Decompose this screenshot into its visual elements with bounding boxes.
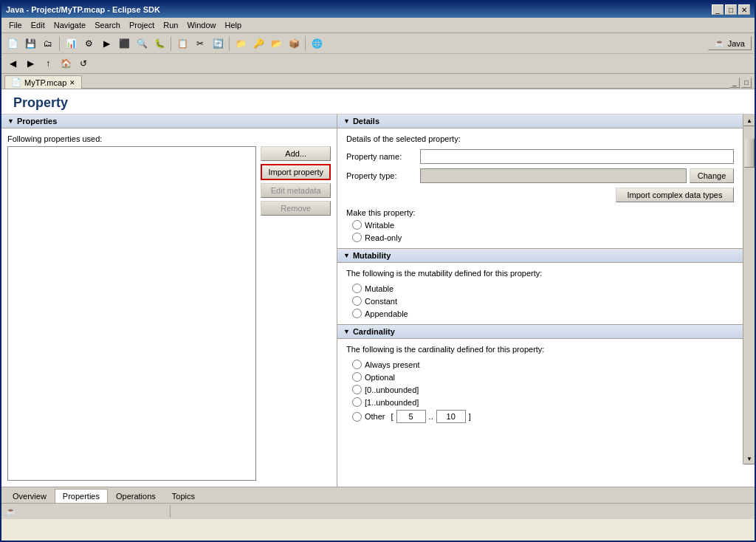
toolbar-btn-16[interactable]: 📦: [286, 35, 302, 52]
add-button[interactable]: Add...: [261, 146, 331, 161]
toolbar-btn-6[interactable]: ▶: [98, 35, 114, 52]
other-cardinality-row: Other [ .. ]: [352, 410, 734, 423]
properties-list[interactable]: [7, 146, 256, 481]
editor-tab-mytp[interactable]: 📄 MyTP.mcap ✕: [4, 75, 82, 89]
edit-metadata-button[interactable]: Edit metadata: [261, 183, 331, 198]
range-start-input[interactable]: [396, 410, 426, 423]
vertical-scrollbar[interactable]: ▲ ▼: [743, 114, 755, 464]
zero-unbounded-radio[interactable]: [352, 385, 362, 394]
optional-radio[interactable]: [352, 372, 362, 382]
property-name-input[interactable]: [420, 149, 734, 164]
always-present-radio[interactable]: [352, 360, 362, 369]
page-title: Property: [1, 89, 755, 114]
toolbar-btn-13[interactable]: 📁: [233, 35, 249, 52]
tab-operations[interactable]: Operations: [108, 489, 164, 503]
import-complex-data-button[interactable]: Import complex data types: [616, 188, 734, 202]
toolbar-btn-11[interactable]: ✂: [192, 35, 208, 52]
minimize-editor-btn[interactable]: _: [729, 78, 740, 88]
properties-collapse-arrow[interactable]: ▼: [7, 117, 14, 125]
scroll-up-button[interactable]: ▲: [743, 114, 755, 126]
toolbar-btn-14[interactable]: 🔑: [250, 35, 267, 52]
mutability-body: The following is the mutability defined …: [337, 263, 743, 324]
toolbar-btn-4[interactable]: 📊: [63, 35, 79, 52]
constant-radio-row: Constant: [352, 296, 734, 306]
toolbar-btn-17[interactable]: 🌐: [309, 35, 325, 52]
appendable-radio-row: Appendable: [352, 309, 734, 318]
mutable-radio[interactable]: [352, 284, 362, 293]
range-close-bracket: ]: [469, 412, 471, 421]
remove-button[interactable]: Remove: [261, 201, 331, 216]
constant-radio[interactable]: [352, 296, 362, 306]
tab-close-button[interactable]: ✕: [69, 79, 75, 86]
maximize-editor-btn[interactable]: □: [741, 78, 752, 88]
menu-navigate[interactable]: Navigate: [49, 19, 90, 31]
close-button[interactable]: ✕: [738, 4, 750, 15]
toolbar-btn-5[interactable]: ⚙: [80, 35, 97, 52]
property-type-row: Property type: Change: [346, 168, 734, 183]
always-present-label: Always present: [365, 360, 420, 369]
mutable-label: Mutable: [365, 284, 394, 293]
cardinality-section-header: ▼ Cardinality: [337, 324, 743, 339]
properties-description: Following properties used:: [7, 134, 331, 143]
details-collapse-arrow[interactable]: ▼: [343, 117, 350, 125]
toolbar-btn-10[interactable]: 📋: [174, 35, 190, 52]
other-radio[interactable]: [352, 412, 362, 422]
toolbar-sep-1: [59, 36, 60, 51]
readonly-radio[interactable]: [352, 233, 362, 242]
optional-label: Optional: [365, 373, 395, 382]
window-controls[interactable]: _ □ ✕: [712, 4, 750, 15]
toolbar-btn-15[interactable]: 📂: [268, 35, 284, 52]
menu-help[interactable]: Help: [221, 19, 247, 31]
mutable-radio-row: Mutable: [352, 284, 734, 293]
readonly-radio-row: Read-only: [352, 233, 734, 242]
import-property-button[interactable]: Import property: [261, 164, 331, 180]
scroll-down-button[interactable]: ▼: [743, 453, 755, 464]
details-description: Details of the selected property:: [346, 134, 734, 143]
toolbar-new-btn[interactable]: 📄: [4, 35, 21, 52]
property-type-with-button: Change: [420, 168, 734, 183]
range-end-input[interactable]: [436, 410, 466, 423]
property-type-input[interactable]: [420, 168, 687, 183]
minimize-button[interactable]: _: [712, 4, 724, 15]
toolbar-sep-3: [229, 36, 230, 51]
cardinality-section-title: Cardinality: [353, 327, 395, 336]
menu-bar: File Edit Navigate Search Project Run Wi…: [1, 18, 755, 33]
toolbar-sep-4: [305, 36, 306, 51]
mutability-collapse-arrow[interactable]: ▼: [343, 252, 350, 259]
toolbar-btn-12[interactable]: 🔄: [210, 35, 226, 52]
cardinality-radio-group: Always present Optional [0..unbounded]: [352, 360, 734, 423]
scroll-thumb[interactable]: [744, 138, 755, 168]
toolbar-btn-7[interactable]: ⬛: [116, 35, 132, 52]
menu-edit[interactable]: Edit: [27, 19, 49, 31]
toolbar-row-2: ◀ ▶ ↑ 🏠 ↺: [1, 53, 755, 73]
menu-file[interactable]: File: [4, 19, 27, 31]
toolbar-home-btn[interactable]: 🏠: [58, 55, 74, 72]
optional-radio-row: Optional: [352, 372, 734, 382]
toolbar-up-btn[interactable]: ↑: [40, 55, 56, 72]
menu-search[interactable]: Search: [90, 19, 125, 31]
menu-run[interactable]: Run: [159, 19, 182, 31]
toolbar-btn-3[interactable]: 🗂: [40, 35, 56, 52]
writable-radio[interactable]: [352, 220, 362, 230]
tab-properties[interactable]: Properties: [55, 489, 108, 503]
toolbar-refresh-btn[interactable]: ↺: [75, 55, 92, 72]
cardinality-collapse-arrow[interactable]: ▼: [343, 328, 350, 335]
menu-window[interactable]: Window: [182, 19, 220, 31]
one-unbounded-radio[interactable]: [352, 397, 362, 407]
tab-topics[interactable]: Topics: [164, 489, 203, 503]
maximize-button[interactable]: □: [725, 4, 737, 15]
toolbar-back-btn[interactable]: ◀: [4, 55, 21, 72]
change-button[interactable]: Change: [690, 168, 734, 183]
appendable-radio[interactable]: [352, 309, 362, 318]
readonly-label: Read-only: [365, 233, 402, 242]
toolbar-btn-8[interactable]: 🔍: [134, 35, 150, 52]
toolbar-save-btn[interactable]: 💾: [22, 35, 38, 52]
other-label: Other: [365, 412, 385, 421]
toolbar-forward-btn[interactable]: ▶: [22, 55, 38, 72]
properties-buttons: Add... Import property Edit metadata Rem…: [261, 146, 331, 481]
perspective-button[interactable]: ☕ Java: [708, 36, 752, 50]
tab-overview[interactable]: Overview: [4, 489, 55, 503]
zero-unbounded-radio-row: [0..unbounded]: [352, 385, 734, 394]
toolbar-btn-9[interactable]: 🐛: [151, 35, 168, 52]
menu-project[interactable]: Project: [125, 19, 159, 31]
